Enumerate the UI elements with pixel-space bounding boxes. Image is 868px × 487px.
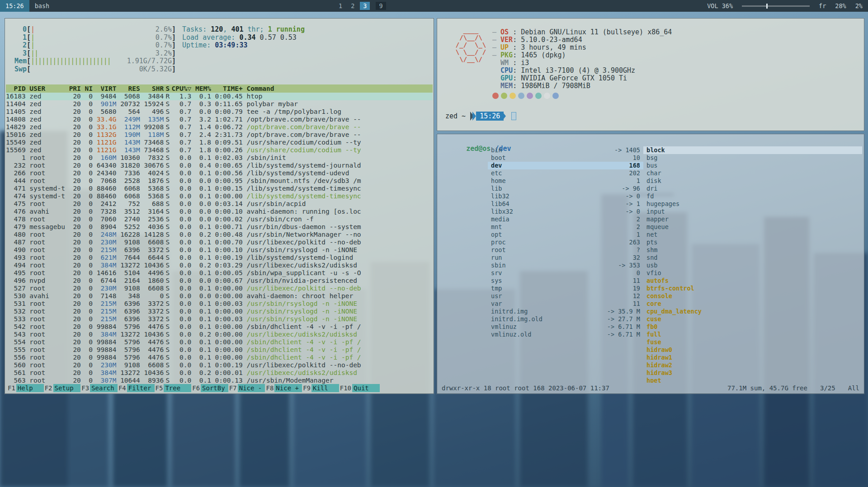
- process-row[interactable]: 478root200706027402536S0.00.00:00.02/usr…: [6, 215, 433, 223]
- column-header-user[interactable]: USER: [26, 84, 65, 93]
- file-row-etc[interactable]: etc202: [488, 169, 643, 177]
- file-row-btrfs-control[interactable]: btrfs-control: [643, 285, 862, 292]
- process-row[interactable]: 480root200248M1622814128S0.00.20:00.48/u…: [6, 231, 433, 239]
- file-row-vmlinuz.old[interactable]: vmlinuz.old-> 6.71 M: [488, 331, 643, 338]
- process-row[interactable]: 11405zed2005680564496S0.70.00:00.79tee -…: [6, 108, 433, 116]
- file-row-block[interactable]: block: [643, 146, 862, 154]
- fkey-kill[interactable]: F9Kill: [302, 384, 339, 392]
- file-row-home[interactable]: home1: [488, 177, 643, 185]
- process-row[interactable]: 1root200160M103607832S0.00.10:02.03/sbin…: [6, 154, 433, 162]
- process-row[interactable]: 527root200230M91086608S0.00.10:00.00/usr…: [6, 285, 433, 292]
- file-row-hidraw3[interactable]: hidraw3: [643, 369, 862, 377]
- column-header-pri[interactable]: PRI: [65, 84, 81, 93]
- file-row-bus[interactable]: bus: [643, 162, 862, 169]
- column-header-res[interactable]: RES: [116, 84, 140, 93]
- file-row-vfio[interactable]: vfio: [643, 269, 862, 277]
- fkey-setup[interactable]: F2Setup: [44, 384, 81, 392]
- file-row-lib[interactable]: lib-> 96: [488, 185, 643, 192]
- fkey-filter[interactable]: F4Filter: [118, 384, 155, 392]
- column-header-mem[interactable]: MEM%: [191, 84, 211, 93]
- file-row-mnt[interactable]: mnt2: [488, 223, 643, 231]
- file-row-fb0[interactable]: fb0: [643, 323, 862, 331]
- file-row-lib32[interactable]: lib32-> 0: [488, 192, 643, 200]
- file-row-console[interactable]: console: [643, 292, 862, 300]
- fkey-search[interactable]: F3Search: [80, 384, 118, 392]
- fkey-tree[interactable]: F5Tree: [155, 384, 192, 392]
- file-row-initrd.img[interactable]: initrd.img-> 35.9 M: [488, 308, 643, 315]
- file-row-hpet[interactable]: hpet: [643, 377, 862, 383]
- file-row-tmp[interactable]: tmp19: [488, 285, 643, 292]
- process-row[interactable]: 561root200384M1327210436S0.00.20:00.01/u…: [6, 369, 433, 377]
- process-row[interactable]: 15016zed2001132G190M118MS0.72.42:31.73/o…: [6, 131, 433, 139]
- process-row[interactable]: 495root2001461651044496S0.00.10:00.05/sb…: [6, 269, 433, 277]
- process-row[interactable]: 531root200215M63963372S0.00.10:00.03/usr…: [6, 300, 433, 308]
- process-row[interactable]: 476avahi200732835123164S0.00.00:00.10ava…: [6, 208, 433, 215]
- fkey-help[interactable]: F1Help: [7, 384, 44, 392]
- process-row[interactable]: 232root200643403182030676S0.00.40:00.65/…: [6, 162, 433, 169]
- workspace-button-9[interactable]: 9: [376, 2, 386, 10]
- volume-slider-handle[interactable]: [766, 4, 768, 9]
- process-row[interactable]: 556root2009988457964476S0.00.10:00.00/sb…: [6, 354, 433, 361]
- volume-slider[interactable]: [742, 5, 810, 7]
- process-row[interactable]: 543root200384M1327210436S0.00.20:00.00/u…: [6, 331, 433, 338]
- file-row-hugepages[interactable]: hugepages: [643, 200, 862, 208]
- process-row[interactable]: 533root200215M63963372S0.00.10:00.03/usr…: [6, 315, 433, 323]
- file-row-vmlinuz[interactable]: vmlinuz-> 6.71 M: [488, 323, 643, 331]
- process-row[interactable]: 479messagebu200890452524036S0.00.10:00.7…: [6, 223, 433, 231]
- file-row-fd[interactable]: fd: [643, 192, 862, 200]
- process-row[interactable]: 563root200307M106448936S0.00.10:00.13/us…: [6, 377, 433, 384]
- file-row-hidraw0[interactable]: hidraw0: [643, 346, 862, 354]
- process-row[interactable]: 14808zed20033.4G249M135MS0.73.21:02.71/o…: [6, 116, 433, 123]
- file-row-dev[interactable]: dev168: [488, 162, 643, 169]
- process-row[interactable]: 494root200384M1327210436S0.00.20:03.29/u…: [6, 262, 433, 269]
- file-row-shm[interactable]: shm: [643, 246, 862, 254]
- file-row-mqueue[interactable]: mqueue: [643, 223, 862, 231]
- file-row-fuse[interactable]: fuse: [643, 338, 862, 346]
- file-row-core[interactable]: core: [643, 300, 862, 308]
- file-row-usr[interactable]: usr12: [488, 292, 643, 300]
- file-row-snd[interactable]: snd: [643, 254, 862, 262]
- column-header-s[interactable]: S: [164, 84, 171, 93]
- file-row-libx32[interactable]: libx32-> 0: [488, 208, 643, 215]
- process-row[interactable]: 14829zed20033.1G112M99208S0.71.40:06.72/…: [6, 123, 433, 131]
- process-row[interactable]: 554root2009988457964476S0.00.10:00.00/sb…: [6, 338, 433, 346]
- file-row-root[interactable]: root?: [488, 246, 643, 254]
- file-row-initrd.img.old[interactable]: initrd.img.old-> 27.7 M: [488, 315, 643, 323]
- column-header-command[interactable]: Command: [243, 84, 433, 93]
- workspace-button-2[interactable]: 2: [348, 2, 358, 10]
- process-row[interactable]: 266root2002434073364024S0.00.10:00.56/li…: [6, 169, 433, 177]
- file-row-bsg[interactable]: bsg: [643, 154, 862, 162]
- file-row-hidraw2[interactable]: hidraw2: [643, 361, 862, 369]
- shell-prompt[interactable]: zed ~ 15:26: [445, 112, 516, 121]
- file-row-full[interactable]: full: [643, 331, 862, 338]
- process-row[interactable]: 444root200706825281876S0.00.00:00.95/sbi…: [6, 177, 433, 185]
- workspace-button-1[interactable]: 1: [335, 2, 345, 10]
- process-row[interactable]: 474systemd-t2008846060685368S0.00.10:00.…: [6, 192, 433, 200]
- process-row[interactable]: 490root200215M63963372S0.00.10:00.10/usr…: [6, 246, 433, 254]
- fkey-sortby[interactable]: F6SortBy: [191, 384, 228, 392]
- process-row[interactable]: 560root200230M91086608S0.00.10:00.19/usr…: [6, 361, 433, 369]
- file-row-sbin[interactable]: sbin-> 353: [488, 262, 643, 269]
- process-row[interactable]: 532root200215M63963372S0.00.10:00.00/usr…: [6, 308, 433, 315]
- file-row-hidraw1[interactable]: hidraw1: [643, 354, 862, 361]
- file-row-net[interactable]: net: [643, 231, 862, 239]
- file-row-lib64[interactable]: lib64-> 1: [488, 200, 643, 208]
- file-row-media[interactable]: media2: [488, 215, 643, 223]
- file-row-srv[interactable]: srv0: [488, 269, 643, 277]
- file-row-mapper[interactable]: mapper: [643, 215, 862, 223]
- file-row-dri[interactable]: dri: [643, 185, 862, 192]
- file-row-sys[interactable]: sys11: [488, 277, 643, 285]
- file-row-autofs[interactable]: autofs: [643, 277, 862, 285]
- process-row[interactable]: 15569zed2001121G143M73468S0.71.80:00.26/…: [6, 146, 433, 154]
- file-row-boot[interactable]: boot10: [488, 154, 643, 162]
- process-row[interactable]: 16183zed200948450683484R1.30.10:00.45hto…: [6, 93, 433, 100]
- column-header-virt[interactable]: VIRT: [93, 84, 116, 93]
- file-row-disk[interactable]: disk: [643, 177, 862, 185]
- process-row[interactable]: 496nvpd200674421641860S0.00.00:00.67/usr…: [6, 277, 433, 285]
- fkey-nice+[interactable]: F8Nice +: [265, 384, 302, 392]
- file-row-bin[interactable]: bin-> 1405: [488, 146, 643, 154]
- file-row-run[interactable]: run32: [488, 254, 643, 262]
- column-header-time[interactable]: TIME+: [211, 84, 243, 93]
- fkey-nice-[interactable]: F7Nice -: [228, 384, 265, 392]
- process-row[interactable]: 530avahi20071483480S0.00.00:00.00avahi-d…: [6, 292, 433, 300]
